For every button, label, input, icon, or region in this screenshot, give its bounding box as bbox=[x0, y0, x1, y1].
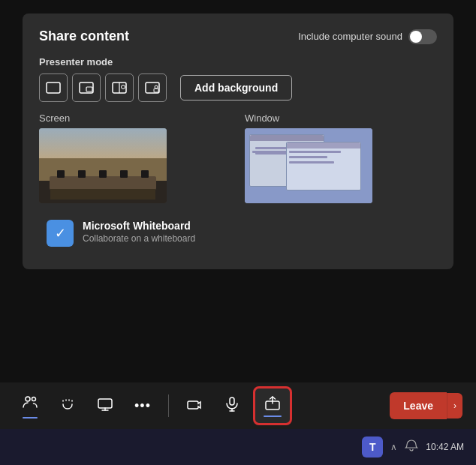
add-background-button[interactable]: Add background bbox=[180, 75, 292, 100]
screen-thumb-image bbox=[39, 128, 167, 203]
share-content-button[interactable] bbox=[253, 386, 292, 425]
window-label: Window bbox=[245, 112, 437, 124]
share-active-dot bbox=[264, 416, 282, 417]
presenter-mode-btn-3[interactable] bbox=[105, 74, 134, 102]
window-thumb-image bbox=[245, 128, 372, 203]
whiteboard-info: Microsoft Whiteboard Collaborate on a wh… bbox=[83, 220, 195, 244]
whiteboard-title: Microsoft Whiteboard bbox=[83, 220, 195, 232]
svg-rect-7 bbox=[154, 88, 158, 92]
svg-point-5 bbox=[122, 86, 125, 89]
teams-icon-letter: T bbox=[369, 441, 376, 453]
panel-title: Share content bbox=[39, 28, 129, 44]
include-sound-toggle[interactable] bbox=[408, 29, 437, 44]
content-thumbnails-row: Screen bbox=[39, 112, 437, 203]
camera-button[interactable] bbox=[178, 389, 211, 422]
whiteboard-description: Collaborate on a whiteboard bbox=[83, 233, 195, 244]
share-content-panel: Share content Include computer sound Pre… bbox=[23, 14, 453, 269]
cast-button[interactable] bbox=[89, 389, 122, 422]
cast-icon bbox=[96, 395, 114, 417]
svg-rect-2 bbox=[86, 87, 92, 92]
leave-button-group: Leave › bbox=[390, 392, 462, 419]
panel-header: Share content Include computer sound bbox=[39, 28, 437, 44]
screen-thumbnail[interactable] bbox=[39, 128, 167, 203]
leave-button[interactable]: Leave bbox=[390, 392, 447, 419]
include-sound-row: Include computer sound bbox=[298, 29, 437, 44]
more-button[interactable]: ••• bbox=[126, 389, 159, 422]
window-section: Window bbox=[245, 112, 437, 203]
whiteboard-checkmark: ✓ bbox=[55, 225, 66, 242]
system-tray: T ∧ 10:42 AM bbox=[0, 429, 476, 465]
screen-label: Screen bbox=[39, 112, 231, 124]
more-icon: ••• bbox=[134, 398, 151, 414]
leave-chevron-button[interactable]: › bbox=[447, 393, 462, 418]
presenter-mode-btn-1[interactable] bbox=[39, 74, 68, 102]
react-icon bbox=[59, 395, 77, 417]
include-sound-label: Include computer sound bbox=[298, 31, 402, 42]
window-thumbnail[interactable] bbox=[245, 128, 372, 203]
svg-point-10 bbox=[32, 398, 36, 401]
tray-expand-button[interactable]: ∧ bbox=[390, 442, 397, 452]
taskbar-divider bbox=[168, 394, 169, 417]
presenter-mode-btn-4[interactable] bbox=[138, 74, 167, 102]
screen-section: Screen bbox=[39, 112, 231, 203]
people-dot bbox=[23, 417, 38, 418]
svg-point-9 bbox=[26, 397, 30, 401]
presenter-controls: Add background bbox=[39, 74, 437, 102]
win-frame-2 bbox=[286, 142, 361, 190]
presenter-mode-label: Presenter mode bbox=[39, 56, 437, 68]
people-button[interactable] bbox=[14, 389, 47, 422]
people-icon bbox=[21, 393, 39, 415]
presenter-mode-btn-2[interactable] bbox=[72, 74, 101, 102]
presenter-mode-section: Presenter mode bbox=[39, 56, 437, 102]
whiteboard-row[interactable]: ✓ Microsoft Whiteboard Collaborate on a … bbox=[39, 214, 437, 253]
chevron-down-icon: › bbox=[453, 400, 456, 411]
svg-rect-11 bbox=[98, 399, 112, 408]
mic-icon bbox=[223, 395, 241, 417]
taskbar: ••• Leave bbox=[0, 382, 476, 429]
whiteboard-icon: ✓ bbox=[47, 220, 74, 247]
camera-icon bbox=[185, 395, 203, 417]
mic-button[interactable] bbox=[215, 389, 249, 422]
svg-rect-0 bbox=[47, 82, 60, 93]
system-time: 10:42 AM bbox=[426, 442, 464, 452]
svg-point-8 bbox=[155, 86, 158, 88]
svg-rect-14 bbox=[230, 398, 234, 405]
teams-tray-icon[interactable]: T bbox=[362, 436, 383, 458]
react-button[interactable] bbox=[51, 389, 84, 422]
tray-notification-icon[interactable] bbox=[405, 439, 418, 455]
